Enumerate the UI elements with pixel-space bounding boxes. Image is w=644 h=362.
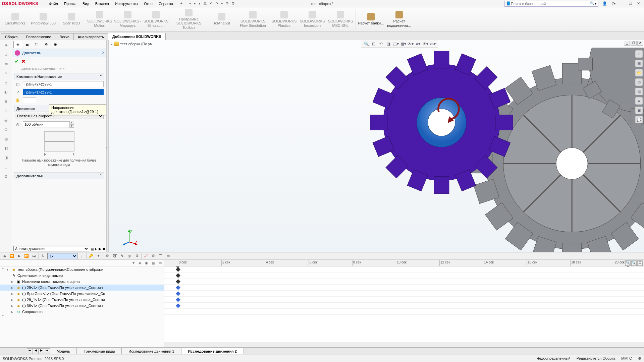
lt-icon[interactable]: ○ xyxy=(3,70,9,76)
playback-speed[interactable]: 1x xyxy=(47,253,77,259)
view-palette-icon[interactable]: ▤ xyxy=(635,88,643,95)
component-face-input[interactable] xyxy=(23,81,104,87)
lt-icon[interactable]: ◇ xyxy=(3,51,9,58)
tab-3dviews[interactable]: Трехмерные виды xyxy=(76,348,122,354)
close-icon[interactable]: ✕ xyxy=(636,1,641,6)
view1-icon[interactable]: ◈ xyxy=(137,260,143,266)
breadcrumb[interactable]: тест сборка (По ум... xyxy=(120,42,156,46)
ribbon-tolanalyst[interactable]: TolAnalyst xyxy=(208,8,235,31)
tab-study1[interactable]: Исследование движения 1 xyxy=(121,348,181,354)
menu-window[interactable]: Окно xyxy=(141,1,155,6)
pm-tab-config[interactable]: ☰ xyxy=(23,41,32,48)
chevron-down-icon[interactable]: ˅ xyxy=(100,174,102,178)
spin-down[interactable]: ▾ xyxy=(69,124,74,128)
tree-comp-29[interactable]: ▸◆(-) 29<1> (GearTrax<<По умолчанию>_Сос… xyxy=(0,285,164,291)
lt-icon[interactable]: ◎ xyxy=(3,117,9,123)
select-icon[interactable]: ▾ xyxy=(221,1,223,6)
pin-icon[interactable]: ✦ xyxy=(180,1,183,6)
menu-insert[interactable]: Вставка xyxy=(93,1,112,6)
direction-icon[interactable]: ↗ xyxy=(15,89,21,95)
view4-icon[interactable]: ▭ xyxy=(157,260,163,266)
expand-all-icon[interactable]: ˅ xyxy=(2,315,5,319)
pm-help-icon[interactable]: ? xyxy=(102,51,104,55)
view2-icon[interactable]: ◉ xyxy=(144,260,149,266)
spin-up[interactable]: ▴ xyxy=(69,121,74,124)
lt-icon[interactable]: ◈ xyxy=(3,42,9,48)
skip-start-icon[interactable]: ⏮ xyxy=(1,253,7,259)
explorer-icon[interactable]: 🗂 xyxy=(635,78,643,86)
view-orient-icon[interactable]: ⬚▾ xyxy=(393,41,399,47)
zoom-fit-tl-icon[interactable]: ⊡ xyxy=(637,260,643,266)
play-icon[interactable]: ▶ xyxy=(99,247,101,251)
play-icon[interactable]: ▶ xyxy=(16,253,22,259)
autokey-icon[interactable]: 🔑 xyxy=(88,253,94,259)
home-icon[interactable]: ⌂ xyxy=(635,50,643,58)
forum-icon[interactable]: 💬 xyxy=(635,116,643,123)
ribbon-photoview[interactable]: PhotoView 360 xyxy=(30,8,57,31)
timeline-scrollbar[interactable] xyxy=(164,342,644,347)
lt-icon[interactable]: ⊟ xyxy=(3,164,9,170)
stop-icon[interactable]: ■ xyxy=(103,247,105,251)
loop-icon[interactable]: ↻ xyxy=(40,253,46,259)
nav-last-icon[interactable]: ⏭ xyxy=(44,348,50,354)
collapse-tb-icon[interactable]: ▭ xyxy=(165,253,171,259)
tab-evaluate[interactable]: Анализировать xyxy=(73,33,108,40)
tree-comp-spurgear[interactable]: ▸◆(-) SpurGear<1> (GearTrax<<По умолчани… xyxy=(0,291,164,297)
lt-icon[interactable]: ◧ xyxy=(3,145,9,152)
appearance-icon[interactable]: ●▾ xyxy=(415,41,421,47)
lt-icon[interactable]: ▦ xyxy=(3,135,9,142)
render-icon[interactable]: ▭▾ xyxy=(430,41,436,47)
tab-model[interactable]: Модель xyxy=(50,348,77,354)
search-icon[interactable]: 🔍▾ xyxy=(590,1,597,6)
tab-assembly[interactable]: Сборка xyxy=(1,33,22,40)
ribbon-motion[interactable]: SOLIDWORKS Motion xyxy=(86,8,113,31)
filter-icon[interactable]: ⧩ xyxy=(130,260,136,266)
redo-icon[interactable]: ↷ xyxy=(215,1,218,6)
menu-tools[interactable]: Инструменты xyxy=(112,1,141,6)
tree-orientation[interactable]: ✎Ориентация и виды камер xyxy=(0,273,164,279)
appearance-pane-icon[interactable]: ● xyxy=(635,97,643,105)
contact-tb-icon[interactable]: ◎ xyxy=(126,253,132,259)
hide-show-icon[interactable]: 👁▾ xyxy=(408,41,414,47)
lt-icon[interactable]: ◐ xyxy=(3,88,9,95)
play-start-icon[interactable]: ▸ xyxy=(95,247,97,251)
tree-lights[interactable]: ▸▣Источники света, камеры и сцены xyxy=(0,279,164,285)
ribbon-plastics[interactable]: SOLIDWORKS Plastics xyxy=(270,8,298,31)
pm-tab-display[interactable]: ⬚ xyxy=(32,41,41,48)
new-icon[interactable]: ▾ xyxy=(189,1,191,6)
undo-icon[interactable]: ↶ xyxy=(210,1,213,6)
tree-mates[interactable]: ▸⊘Сопряжения xyxy=(0,309,164,315)
ribbon-circuitworks[interactable]: CircuitWorks xyxy=(1,8,29,31)
chevron-up-icon[interactable]: ˄ xyxy=(100,74,102,79)
lt-icon[interactable]: ⬡ xyxy=(3,126,9,133)
spring-tb-icon[interactable]: ➰ xyxy=(112,253,118,259)
rebuild-icon[interactable]: ⟳ xyxy=(226,1,229,6)
relative-icon[interactable]: ✋ xyxy=(15,97,21,103)
timeline-body[interactable] xyxy=(164,266,644,342)
display-style-icon[interactable]: ▦▾ xyxy=(400,41,406,47)
minimize-icon[interactable]: — xyxy=(619,1,626,6)
tab-sketch[interactable]: Эскиз xyxy=(55,33,73,40)
nav-first-icon[interactable]: ⏮ xyxy=(27,348,33,354)
gravity-tb-icon[interactable]: ⬇ xyxy=(134,253,140,259)
nav-prev-icon[interactable]: ◀ xyxy=(33,348,39,354)
ribbon-simulation[interactable]: SOLIDWORKS Simulation xyxy=(142,8,170,31)
menu-help[interactable]: Справка xyxy=(156,1,176,6)
view-triad[interactable]: yx xyxy=(121,229,138,245)
settings-tb-icon[interactable]: ☰ xyxy=(158,253,164,259)
menu-view[interactable]: Вид xyxy=(80,1,92,6)
study-type-select[interactable]: Анализ движения xyxy=(13,246,89,251)
lt-icon[interactable]: ◨ xyxy=(3,154,9,161)
addkey-icon[interactable]: ✦ xyxy=(95,253,101,259)
pm-tab-appearance[interactable]: ✥ xyxy=(42,41,50,48)
save-anim-icon[interactable]: ↓ xyxy=(79,253,85,259)
ok-button[interactable]: ✔ xyxy=(15,59,19,64)
skip-back-icon[interactable]: ⏪ xyxy=(9,253,15,259)
menu-file[interactable]: Файл xyxy=(46,1,61,6)
ribbon-mbd[interactable]: SOLIDWORKS MBD SNL xyxy=(327,8,354,31)
view3-icon[interactable]: ▦ xyxy=(151,260,156,266)
ribbon-bearing[interactable]: Расчет подшипника... xyxy=(385,8,413,31)
user-icon[interactable]: 👤 xyxy=(601,1,608,6)
scene-icon[interactable]: ☀▾ xyxy=(422,41,428,47)
skip-fwd-icon[interactable]: ⏩ xyxy=(23,253,30,259)
